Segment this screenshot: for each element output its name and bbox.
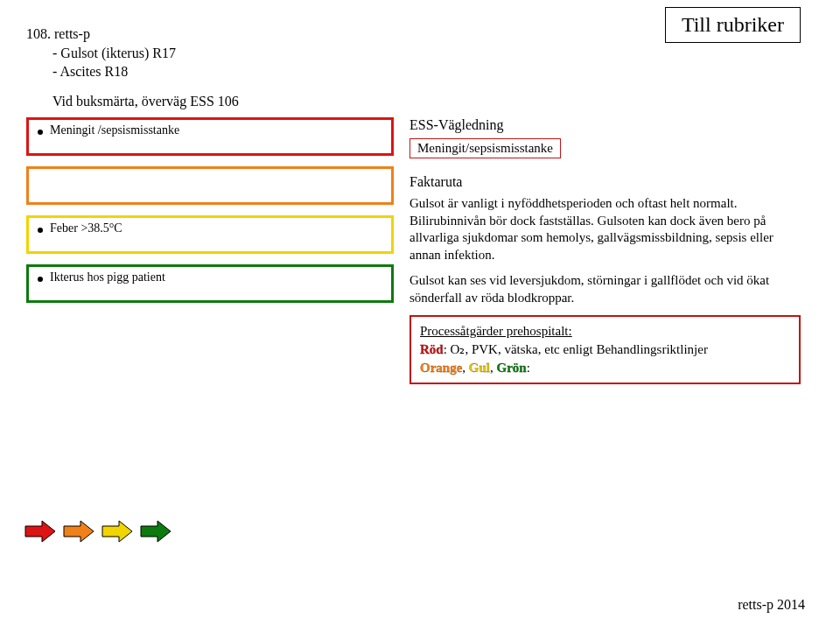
process-rest-colon: : bbox=[527, 361, 530, 375]
arrow-yellow-icon bbox=[102, 520, 133, 546]
faktaruta-title: Faktaruta bbox=[410, 174, 801, 190]
ess-heading: ESS-Vägledning bbox=[410, 117, 801, 133]
footer-text: retts-p 2014 bbox=[738, 597, 805, 613]
bullet-icon bbox=[38, 228, 43, 233]
process-sep-2: , bbox=[490, 361, 497, 375]
faktaruta-p2: Gulsot kan ses vid leversjukdom, störnin… bbox=[410, 272, 801, 306]
content-row: Meningit /sepsismisstanke Feber >38.5°C … bbox=[26, 117, 814, 384]
arrow-green-icon bbox=[140, 520, 172, 546]
process-green-label: Grön bbox=[497, 361, 527, 375]
process-box: Processåtgärder prehospitalt: Röd: O₂, P… bbox=[410, 315, 801, 384]
page: Till rubriker 108. retts-p - Gulsot (ikt… bbox=[0, 0, 840, 625]
triage-green-text: Ikterus hos pigg patient bbox=[50, 270, 165, 284]
process-red-text: : O₂, PVK, vätska, etc enligt Behandling… bbox=[444, 342, 708, 356]
header-subnote: Vid buksmärta, överväg ESS 106 bbox=[52, 92, 814, 111]
header-line-2: - Ascites R18 bbox=[52, 62, 814, 81]
triage-yellow-text: Feber >38.5°C bbox=[50, 221, 122, 235]
svg-marker-3 bbox=[141, 521, 171, 542]
bullet-icon bbox=[38, 130, 43, 135]
process-orange-label: Orange bbox=[420, 361, 462, 375]
till-rubriker-link[interactable]: Till rubriker bbox=[665, 7, 801, 43]
process-red-label: Röd bbox=[420, 342, 444, 356]
arrow-red-icon bbox=[24, 520, 56, 546]
flow-arrows bbox=[24, 520, 172, 546]
triage-column: Meningit /sepsismisstanke Feber >38.5°C … bbox=[26, 117, 394, 384]
svg-marker-1 bbox=[64, 521, 94, 542]
triage-red-text: Meningit /sepsismisstanke bbox=[50, 123, 179, 137]
info-column: ESS-Vägledning Meningit/sepsismisstanke … bbox=[410, 117, 814, 384]
bullet-icon bbox=[38, 277, 43, 282]
triage-box-yellow: Feber >38.5°C bbox=[26, 215, 394, 254]
triage-box-green: Ikterus hos pigg patient bbox=[26, 264, 394, 303]
ess-link[interactable]: Meningit/sepsismisstanke bbox=[410, 138, 561, 158]
process-line-rest: Orange, Gul, Grön: bbox=[420, 359, 790, 377]
svg-marker-2 bbox=[102, 521, 132, 542]
triage-box-orange bbox=[26, 166, 394, 205]
triage-box-red: Meningit /sepsismisstanke bbox=[26, 117, 394, 156]
header-line-1: - Gulsot (ikterus) R17 bbox=[52, 44, 814, 63]
process-line-red: Röd: O₂, PVK, vätska, etc enligt Behandl… bbox=[420, 341, 790, 359]
process-yellow-label: Gul bbox=[469, 361, 490, 375]
faktaruta-p1: Gulsot är vanligt i nyföddhetsperioden o… bbox=[410, 195, 801, 263]
arrow-orange-icon bbox=[63, 520, 94, 546]
process-sep-1: , bbox=[462, 361, 469, 375]
process-heading: Processåtgärder prehospitalt: bbox=[420, 322, 790, 341]
svg-marker-0 bbox=[25, 521, 55, 542]
